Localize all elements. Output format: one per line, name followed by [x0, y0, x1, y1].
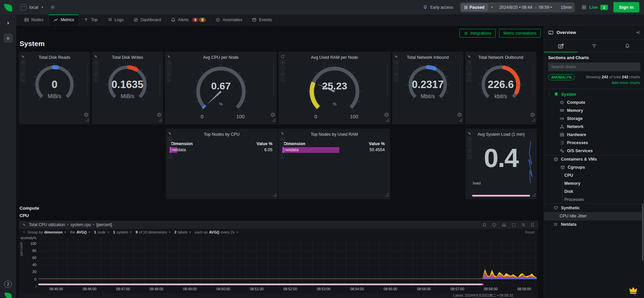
- chevron-right-icon[interactable]: [547, 92, 551, 96]
- sidebar-item-memory[interactable]: Memory: [544, 107, 644, 115]
- sidebar-item-processes[interactable]: Processes: [544, 139, 644, 147]
- metric-correlations-button[interactable]: Metric correlations: [499, 29, 541, 38]
- load-dimension-label[interactable]: load: [473, 181, 481, 185]
- anomaly-flag-icon[interactable]: [167, 54, 171, 59]
- anomaly-flag-icon[interactable]: [467, 131, 472, 136]
- dimension-filter-icon[interactable]: D: [21, 72, 25, 76]
- tab-dashboard[interactable]: Dashboard: [129, 14, 166, 25]
- sidebar-item-memory[interactable]: Memory: [544, 179, 644, 187]
- sidebar-item-network[interactable]: Network: [544, 123, 644, 131]
- pause-button[interactable]: Paused: [461, 3, 488, 11]
- instance-filter-icon[interactable]: I: [467, 66, 471, 70]
- node-filter-icon[interactable]: N: [168, 137, 172, 141]
- instance-filter-icon[interactable]: I: [168, 143, 172, 147]
- anomaly-flag-icon[interactable]: [94, 54, 98, 59]
- expand-rail-button[interactable]: ›: [7, 19, 9, 26]
- tab-top[interactable]: Top: [79, 14, 103, 25]
- sidebar-item-cpu-idle-jitter[interactable]: CPU Idle Jitter: [544, 212, 644, 220]
- space-tile[interactable]: n: [4, 34, 13, 43]
- reset-button[interactable]: Reset: [525, 230, 535, 234]
- alert-bell-icon[interactable]: [482, 223, 487, 227]
- sidebar-item-processes[interactable]: Processes: [544, 196, 644, 204]
- table-row[interactable]: netdata6.05: [170, 147, 274, 153]
- instance-filter-icon[interactable]: I: [94, 66, 98, 70]
- instance-filter-icon[interactable]: I: [280, 66, 285, 70]
- label-filter-icon[interactable]: L: [280, 77, 285, 82]
- dimension-filter-icon[interactable]: D: [467, 72, 471, 76]
- instance-filter-icon[interactable]: I: [394, 66, 399, 70]
- node-filter-icon[interactable]: N: [394, 60, 399, 65]
- data-source-icon[interactable]: [502, 223, 506, 227]
- tab-logs[interactable]: Logs: [103, 14, 129, 25]
- anomaly-flag-icon[interactable]: [22, 223, 26, 227]
- date-range[interactable]: 2024/8/20 • 08:44 → 08:59 •: [499, 5, 552, 10]
- resize-handle-icon[interactable]: [158, 117, 162, 123]
- refresh-icon[interactable]: [280, 54, 285, 59]
- node-filter-icon[interactable]: N: [280, 60, 285, 65]
- resize-handle-icon[interactable]: [532, 117, 535, 123]
- instance-filter-icon[interactable]: I: [21, 66, 25, 70]
- node-filter-icon[interactable]: N: [467, 60, 471, 65]
- anomaly-percent-badge[interactable]: ANOMALY%: [548, 74, 575, 80]
- sidebar-item-compute[interactable]: Compute: [544, 98, 644, 107]
- label-filter-icon[interactable]: L: [21, 77, 25, 82]
- label-filter-icon[interactable]: L: [394, 77, 399, 82]
- chevron-down-icon[interactable]: ▼: [490, 6, 493, 9]
- time-range-picker[interactable]: Paused ▼ 2024/8/20 • 08:44 → 08:59 • 15m…: [460, 2, 575, 12]
- cpu-utilization-chart[interactable]: 100806040200anomaly%i08:45:0008:46:0008:…: [19, 236, 538, 292]
- gear-icon[interactable]: [50, 5, 55, 10]
- tab-charts[interactable]: [544, 40, 577, 52]
- critical-alerts-badge[interactable]: 0: [192, 17, 199, 22]
- label-filter-icon[interactable]: L: [94, 77, 98, 82]
- netdata-logo[interactable]: [0, 0, 16, 15]
- dimension-filter-icon[interactable]: D: [167, 72, 171, 76]
- resize-handle-icon[interactable]: [273, 192, 277, 198]
- anomaly-flag-icon[interactable]: [394, 54, 399, 59]
- toolbar-chip-6[interactable]: each asAVG()every 2s▼: [195, 230, 238, 234]
- resize-handle-icon[interactable]: [385, 192, 389, 198]
- drag-handle-icon[interactable]: [531, 223, 535, 227]
- chart-plot-area[interactable]: percent 100806040200anomaly%i08:45:0008:…: [19, 236, 538, 293]
- label-filter-icon[interactable]: L: [467, 77, 471, 82]
- sidebar-item-cpu[interactable]: CPU: [544, 171, 644, 179]
- filters-icon[interactable]: [521, 223, 526, 227]
- node-selector[interactable]: local ▼: [20, 4, 55, 10]
- tab-anomalies[interactable]: Anomalies: [211, 14, 247, 25]
- dimension-filter-icon[interactable]: D: [280, 72, 285, 76]
- table-row[interactable]: netdata50.4554: [282, 147, 386, 153]
- toolbar-chip-1[interactable]: theAVG()▼: [70, 230, 91, 234]
- sidebar-item-disk[interactable]: Disk: [544, 187, 644, 196]
- sidebar-item-system[interactable]: System: [544, 90, 644, 98]
- bulb-icon[interactable]: [423, 5, 428, 10]
- toolbar-chip-5[interactable]: 2labels▼: [174, 230, 191, 234]
- sidebar-item-o-s-services[interactable]: O/S Services: [544, 147, 644, 155]
- toolbar-chip-0[interactable]: Group bydimension▼: [28, 230, 67, 234]
- dimension-filter-icon[interactable]: D: [94, 72, 98, 76]
- toolbar-chip-4[interactable]: 9of 10 dimensions▼: [136, 230, 171, 234]
- sidebar-item-netdata[interactable]: Netdata: [544, 220, 644, 228]
- sign-in-button[interactable]: Sign in: [613, 2, 639, 12]
- resize-handle-icon[interactable]: [85, 117, 89, 123]
- node-filter-icon[interactable]: N: [94, 60, 98, 65]
- tab-filter[interactable]: [577, 40, 611, 52]
- tab-nodes[interactable]: Nodes: [20, 14, 48, 25]
- collapse-sidebar-icon[interactable]: [635, 30, 640, 35]
- anomaly-flag-icon[interactable]: [168, 131, 172, 136]
- sidebar-item-storage[interactable]: Storage: [544, 115, 644, 123]
- instance-filter-icon[interactable]: I: [280, 143, 285, 147]
- nodes-grid-icon[interactable]: [581, 5, 586, 10]
- sidebar-scrollbar[interactable]: [642, 204, 644, 261]
- warning-alerts-badge[interactable]: 0: [199, 17, 206, 22]
- label-filter-icon[interactable]: L: [280, 154, 285, 159]
- tab-events[interactable]: Events: [247, 14, 277, 25]
- info-icon[interactable]: [492, 223, 496, 227]
- node-filter-icon[interactable]: N: [467, 137, 472, 141]
- add-more-charts-link[interactable]: Add more charts: [612, 81, 640, 85]
- chart-nav-icon[interactable]: [22, 230, 26, 234]
- tab-metrics[interactable]: Metrics: [48, 14, 79, 25]
- resize-handle-icon[interactable]: [532, 192, 536, 198]
- resize-handle-icon[interactable]: [386, 117, 389, 123]
- node-filter-icon[interactable]: N: [21, 60, 25, 65]
- sidebar-item-hardware[interactable]: Hardware: [544, 131, 644, 139]
- expand-icon[interactable]: [512, 223, 516, 227]
